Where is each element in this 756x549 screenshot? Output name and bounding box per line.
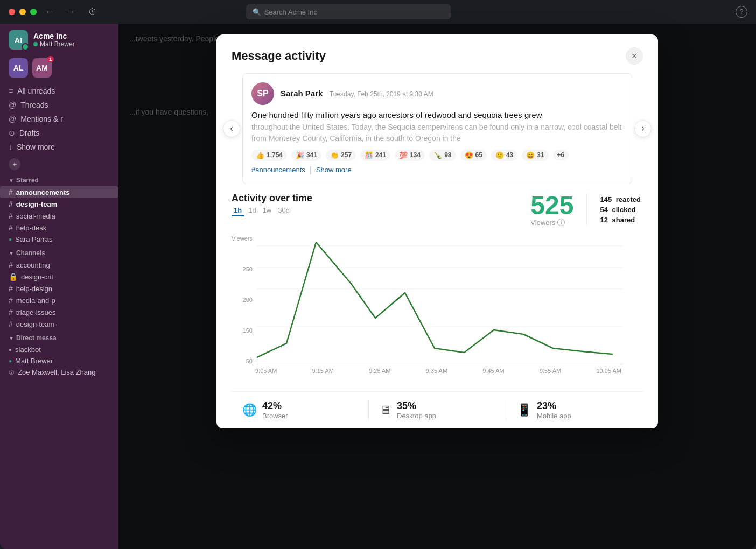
back-button[interactable]: ← (41, 5, 58, 19)
sidebar-dm-slackbot[interactable]: ● slackbot (0, 344, 118, 355)
sidebar-dm-matt-brewer[interactable]: ● Matt Brewer (0, 355, 118, 367)
sidebar-item-threads[interactable]: @ Threads (0, 98, 118, 112)
sidebar-channel-triage-issues[interactable]: # triage-issues (0, 306, 118, 318)
x-label-955: 9:55 AM (540, 368, 561, 374)
reaction-heart-eyes[interactable]: 😍 65 (460, 150, 487, 161)
y-tick-50: 50 (246, 358, 253, 364)
sidebar-channel-design-team-2[interactable]: # design-team- (0, 318, 118, 330)
alt-avatar-2: AM 1 (32, 58, 52, 78)
reaction-confetti[interactable]: 🎊 241 (360, 150, 390, 161)
browser-label: Browser (262, 412, 288, 420)
time-filter-1w[interactable]: 1w (261, 205, 274, 216)
sidebar-item-show-more[interactable]: ↓ Show more (0, 140, 118, 154)
reaction-champagne[interactable]: 🍾 98 (429, 150, 456, 161)
channel-label: help-design (16, 285, 52, 293)
heart-eyes-count: 65 (475, 151, 482, 159)
dm-label: slackbot (15, 346, 41, 354)
hash-icon: # (9, 284, 13, 293)
clicked-stat: 54 clicked (600, 206, 643, 214)
champagne-count: 98 (444, 151, 451, 159)
reaction-clap[interactable]: 👏 257 (326, 150, 356, 161)
sidebar-item-mentions[interactable]: @ Mentions & r (0, 112, 118, 126)
hash-icon: # (9, 320, 13, 328)
sidebar-channel-help-desk[interactable]: # help-desk (0, 222, 118, 234)
main-layout: AI Acme Inc Matt Brewer AL AM 1 (0, 24, 756, 549)
show-more-link[interactable]: Show more (316, 166, 352, 174)
confetti-emoji: 🎊 (365, 151, 373, 159)
dm-label: Zoe Maxwell, Lisa Zhang (18, 368, 96, 376)
sidebar-dm-zoe-maxwell[interactable]: ② Zoe Maxwell, Lisa Zhang (0, 367, 118, 378)
channel-label: design-team- (16, 320, 57, 328)
sidebar-channel-media-and-pr[interactable]: # media-and-p (0, 294, 118, 306)
reaction-thumbsup[interactable]: 👍 1,754 (251, 150, 287, 161)
close-traffic-light[interactable] (9, 9, 15, 15)
sidebar-item-drafts[interactable]: ⊙ Drafts (0, 126, 118, 140)
reaction-party[interactable]: 🎉 341 (291, 150, 321, 161)
forward-button[interactable]: → (62, 5, 80, 19)
desktop-pct: 35% (397, 400, 436, 412)
clap-emoji: 👏 (330, 151, 339, 159)
viewers-info-icon: i (557, 219, 565, 226)
lock-icon: 🔒 (9, 272, 18, 281)
sidebar-nav: ≡ All unreads @ Threads @ Mentions & r ⊙… (0, 82, 118, 156)
reaction-hundred[interactable]: 💯 134 (395, 150, 425, 161)
hundred-emoji: 💯 (399, 151, 408, 159)
time-filters: 1h 1d 1w 30d (232, 205, 312, 216)
drafts-icon: ⊙ (9, 129, 15, 137)
champagne-emoji: 🍾 (433, 151, 442, 159)
starred-section-header: ▼Starred (0, 172, 118, 186)
sender-avatar: SP (251, 82, 274, 105)
online-indicator (33, 42, 38, 46)
history-button[interactable]: ⏱ (84, 5, 101, 19)
sidebar-channel-announcements[interactable]: # announcements (0, 186, 118, 198)
thumbsup-emoji: 👍 (256, 151, 264, 159)
show-more-label: Show more (17, 143, 55, 151)
mentions-icon: @ (9, 115, 16, 123)
sidebar-channel-sara-parras[interactable]: ● Sara Parras (0, 234, 118, 245)
sidebar-channel-help-design[interactable]: # help-design (0, 283, 118, 294)
channel-label: social-media (16, 212, 55, 220)
x-label-1005: 10:05 AM (596, 368, 621, 374)
reaction-grin[interactable]: 😄 31 (522, 150, 548, 161)
help-button[interactable]: ? (736, 6, 747, 18)
time-filter-1d[interactable]: 1d (246, 205, 258, 216)
sidebar-channel-design-team[interactable]: # design-team (0, 198, 118, 210)
add-button[interactable]: + (9, 158, 20, 170)
workspace-header: AI Acme Inc Matt Brewer (0, 24, 118, 56)
dm-dot-icon: ● (9, 347, 12, 353)
y-label-viewers: Viewers (232, 235, 253, 242)
channel-label: triage-issues (16, 308, 56, 316)
fullscreen-traffic-light[interactable] (30, 9, 37, 15)
reaction-smile[interactable]: 🙂 43 (491, 150, 517, 161)
activity-header: Activity over time 1h 1d 1w 30d (232, 193, 643, 227)
hash-icon: # (9, 261, 13, 269)
next-message-button[interactable]: › (634, 120, 652, 137)
threads-icon: @ (9, 101, 16, 109)
prev-message-button[interactable]: ‹ (223, 120, 240, 137)
search-icon: 🔍 (253, 8, 261, 16)
card-footer: #announcements | Show more (251, 165, 623, 175)
sidebar-item-all-unreads[interactable]: ≡ All unreads (0, 84, 118, 98)
thumbsup-count: 1,754 (267, 151, 283, 159)
modal-close-button[interactable]: × (626, 47, 643, 65)
online-dot-icon: ● (9, 236, 12, 242)
activity-chart (257, 235, 623, 364)
sidebar-channel-social-media[interactable]: # social-media (0, 210, 118, 222)
all-unreads-label: All unreads (17, 87, 55, 95)
reaction-more[interactable]: +6 (553, 150, 569, 160)
shared-stat: 12 shared (600, 216, 643, 224)
y-tick-200: 200 (243, 297, 253, 303)
sender-name: Sarah Park (281, 89, 323, 98)
message-header: SP Sarah Park Tuesday, Feb 25th, 2019 at… (251, 82, 623, 105)
search-bar[interactable]: 🔍 Search Acme Inc (246, 4, 451, 19)
sidebar-channel-accounting[interactable]: # accounting (0, 259, 118, 271)
viewers-label: Viewers i (530, 219, 573, 227)
sidebar-channel-design-crit[interactable]: 🔒 design-crit (0, 271, 118, 283)
time-filter-1h[interactable]: 1h (232, 205, 244, 216)
x-label-925: 9:25 AM (369, 368, 390, 374)
viewers-count-group: 525 Viewers i (530, 193, 573, 227)
message-activity-modal: Message activity × ‹ SP Sarah Park Tuesd… (216, 34, 658, 428)
minimize-traffic-light[interactable] (19, 9, 26, 15)
channel-label: Sara Parras (15, 235, 52, 243)
time-filter-30d[interactable]: 30d (276, 205, 292, 216)
